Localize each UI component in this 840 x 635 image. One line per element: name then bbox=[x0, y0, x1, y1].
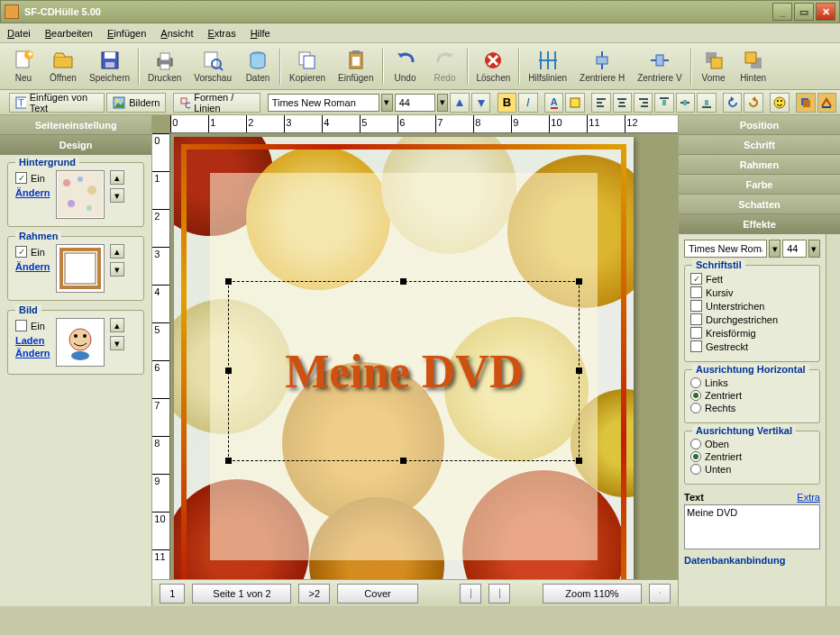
insert-text-button[interactable]: TEinfügen von Text bbox=[9, 93, 105, 113]
schriftstil-fett-checkbox[interactable]: ✓Fett bbox=[690, 273, 814, 285]
halign-zentriert-radio[interactable]: Zentriert bbox=[690, 390, 814, 401]
nav-tool-1[interactable] bbox=[460, 584, 481, 603]
right-font-dropdown[interactable]: ▾ bbox=[769, 240, 781, 258]
close-button[interactable]: ✕ bbox=[816, 3, 835, 21]
toolbar-undo-button[interactable]: Undo bbox=[386, 45, 425, 88]
page-next-button[interactable]: >2 bbox=[298, 584, 330, 603]
rahmen-andern-link[interactable]: Ändern bbox=[15, 261, 50, 272]
rahmen-next-button[interactable]: ▾ bbox=[110, 262, 124, 277]
hintergrund-next-button[interactable]: ▾ bbox=[110, 188, 124, 203]
main-text[interactable]: Meine DVD bbox=[285, 345, 523, 398]
bild-andern-link[interactable]: Ändern bbox=[15, 348, 50, 358]
valign-top-button[interactable] bbox=[654, 93, 673, 113]
toolbar-print-button[interactable]: Drucken bbox=[142, 45, 187, 88]
rahmen-prev-button[interactable]: ▴ bbox=[110, 244, 124, 259]
font-family-select[interactable]: Times New Roman bbox=[268, 94, 379, 112]
bild-laden-link[interactable]: Laden bbox=[15, 335, 50, 346]
maximize-button[interactable]: ▭ bbox=[794, 3, 814, 21]
effects-button[interactable] bbox=[817, 93, 836, 113]
schriftstil-durchgestrichen-checkbox[interactable]: Durchgestrichen bbox=[690, 313, 814, 325]
halign-links-radio[interactable]: Links bbox=[690, 377, 814, 388]
align-center-button[interactable] bbox=[613, 93, 632, 113]
schriftstil-kursiv-checkbox[interactable]: Kursiv bbox=[690, 286, 814, 298]
right-size-dropdown[interactable]: ▾ bbox=[808, 240, 820, 258]
size-dropdown-button[interactable]: ▾ bbox=[437, 94, 449, 112]
right-font-select[interactable]: Times New Roman bbox=[684, 240, 767, 258]
text-content-input[interactable]: Meine DVD bbox=[684, 504, 820, 549]
size-down-button[interactable] bbox=[471, 93, 490, 113]
right-scrollbar[interactable] bbox=[826, 234, 840, 606]
right-size-select[interactable]: 44 bbox=[782, 240, 807, 258]
hintergrund-prev-button[interactable]: ▴ bbox=[110, 170, 124, 185]
toolbar-center-h-button[interactable]: Zentriere H bbox=[573, 45, 631, 88]
toolbar-redo-button[interactable]: Redo bbox=[425, 45, 465, 88]
tab-design[interactable]: Design bbox=[0, 135, 151, 155]
minimize-button[interactable]: _ bbox=[772, 3, 792, 21]
toolbar-guides-button[interactable]: Hilfslinien bbox=[522, 45, 573, 88]
bild-ein-checkbox[interactable]: Ein bbox=[15, 320, 50, 331]
zoom-display[interactable]: Zoom 110% bbox=[543, 584, 642, 603]
bold-button[interactable]: B bbox=[498, 93, 516, 113]
valign-zentriert-radio[interactable]: Zentriert bbox=[690, 451, 814, 462]
size-up-button[interactable] bbox=[450, 93, 469, 113]
menu-ansicht[interactable]: Ansicht bbox=[160, 28, 193, 39]
smiley-button[interactable] bbox=[770, 93, 789, 113]
toolbar-back-button[interactable]: Hinten bbox=[734, 45, 773, 88]
menu-hilfe[interactable]: Hilfe bbox=[251, 28, 270, 39]
schriftstil-unterstrichen-checkbox[interactable]: Unterstrichen bbox=[690, 300, 814, 312]
toolbar-save-button[interactable]: Speichern bbox=[83, 45, 136, 88]
text-extra-link[interactable]: Extra bbox=[797, 492, 820, 503]
fill-color-button[interactable] bbox=[565, 93, 584, 113]
right-tab-schrift[interactable]: Schrift bbox=[679, 135, 840, 155]
hintergrund-andern-link[interactable]: Ändern bbox=[15, 187, 50, 198]
insert-image-button[interactable]: Bildern bbox=[106, 93, 166, 113]
bild-next-button[interactable]: ▾ bbox=[110, 336, 124, 350]
valign-bottom-button[interactable] bbox=[697, 93, 716, 113]
right-tab-farbe[interactable]: Farbe bbox=[679, 175, 840, 195]
shapes-lines-button[interactable]: Formen / Linien bbox=[173, 93, 260, 113]
toolbar-folder-open-button[interactable]: Öffnen bbox=[43, 45, 83, 88]
valign-middle-button[interactable] bbox=[676, 93, 695, 113]
menu-extras[interactable]: Extras bbox=[207, 28, 235, 39]
text-frame[interactable]: Meine DVD bbox=[228, 281, 580, 461]
rotate-right-button[interactable] bbox=[744, 93, 762, 113]
page-first-button[interactable]: 1 bbox=[160, 584, 185, 603]
valign-oben-radio[interactable]: Oben bbox=[690, 439, 814, 449]
align-left-button[interactable] bbox=[591, 93, 610, 113]
schriftstil-gestreckt-checkbox[interactable]: Gestreckt bbox=[690, 340, 814, 352]
toolbar-preview-button[interactable]: Vorschau bbox=[187, 45, 238, 88]
toolbar-center-v-button[interactable]: Zentriere V bbox=[631, 45, 688, 88]
italic-button[interactable]: I bbox=[518, 93, 537, 113]
nav-tool-2[interactable] bbox=[488, 584, 510, 603]
menu-datei[interactable]: Datei bbox=[7, 28, 31, 39]
page[interactable]: Meine DVD bbox=[174, 137, 634, 579]
toolbar-delete-button[interactable]: Löschen bbox=[470, 45, 517, 88]
valign-unten-radio[interactable]: Unten bbox=[690, 464, 814, 475]
canvas-scroll[interactable]: Meine DVD bbox=[170, 133, 678, 579]
halign-rechts-radio[interactable]: Rechts bbox=[690, 403, 814, 413]
right-tab-rahmen[interactable]: Rahmen bbox=[679, 155, 840, 175]
right-tab-position[interactable]: Position bbox=[679, 115, 840, 135]
layer-button[interactable] bbox=[796, 93, 815, 113]
schriftstil-kreisförmig-checkbox[interactable]: Kreisförmig bbox=[690, 327, 814, 339]
zoom-tool-button[interactable] bbox=[649, 584, 671, 603]
font-color-button[interactable]: A bbox=[544, 93, 563, 113]
right-tab-schatten[interactable]: Schatten bbox=[679, 195, 840, 214]
rahmen-ein-checkbox[interactable]: ✓Ein bbox=[15, 246, 50, 258]
toolbar-data-button[interactable]: Daten bbox=[238, 45, 278, 88]
rotate-left-button[interactable] bbox=[723, 93, 742, 113]
font-dropdown-button[interactable]: ▾ bbox=[381, 94, 393, 112]
hintergrund-ein-checkbox[interactable]: ✓Ein bbox=[15, 172, 50, 184]
bild-prev-button[interactable]: ▴ bbox=[110, 318, 124, 332]
font-size-select[interactable]: 44 bbox=[395, 94, 435, 112]
svg-rect-5 bbox=[105, 62, 114, 68]
toolbar-file-new-button[interactable]: ✦Neu bbox=[4, 45, 43, 88]
menu-bearbeiten[interactable]: Bearbeiten bbox=[45, 28, 93, 39]
toolbar-paste-button[interactable]: Einfügen bbox=[332, 45, 379, 88]
right-tab-effekte[interactable]: Effekte bbox=[679, 214, 840, 234]
tab-page-settings[interactable]: Seiteneinstellung bbox=[0, 115, 151, 135]
align-right-button[interactable] bbox=[634, 93, 653, 113]
toolbar-front-button[interactable]: Vorne bbox=[694, 45, 734, 88]
menu-einfügen[interactable]: Einfügen bbox=[107, 28, 146, 39]
toolbar-copy-button[interactable]: Kopieren bbox=[283, 45, 332, 88]
